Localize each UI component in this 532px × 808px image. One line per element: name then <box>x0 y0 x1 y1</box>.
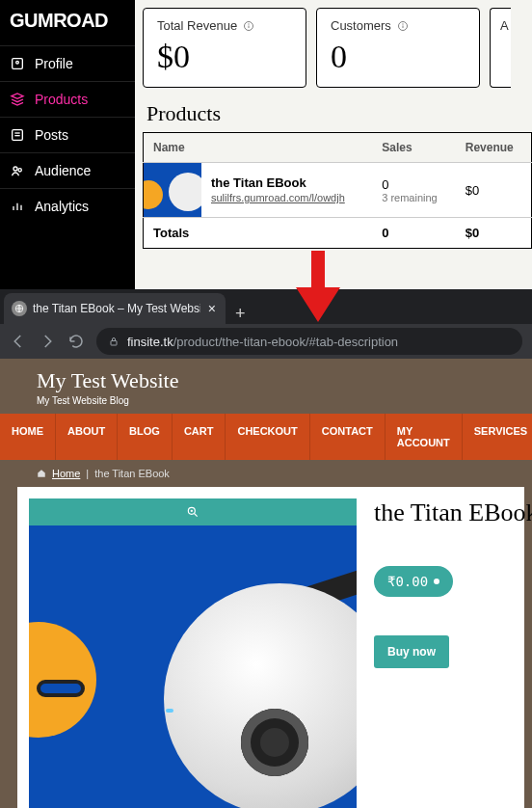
nav-link-checkout[interactable]: CHECKOUT <box>226 414 309 460</box>
site-header: My Test Website My Test Website Blog <box>0 359 532 414</box>
svg-point-5 <box>13 167 17 171</box>
browser-tabs: the Titan EBook – My Test Websit × + <box>0 289 532 324</box>
analytics-icon <box>10 199 25 214</box>
browser-tab[interactable]: the Titan EBook – My Test Websit × <box>4 293 226 324</box>
stat-card-revenue: Total Revenue $0 <box>143 8 306 88</box>
totals-revenue: $0 <box>456 218 532 249</box>
sidebar-item-posts[interactable]: Posts <box>0 117 135 152</box>
svg-rect-17 <box>111 341 117 346</box>
products-table: Name Sales Revenue the Titan EBook sulil… <box>143 132 532 249</box>
sidebar-item-analytics[interactable]: Analytics <box>0 188 135 224</box>
gumroad-sidebar: GUMROAD Profile Products Posts Audience … <box>0 0 135 289</box>
sidebar-item-label: Analytics <box>35 199 89 214</box>
breadcrumb-current: the Titan EBook <box>94 468 170 479</box>
site-navbar: HOME ABOUT BLOG CART CHECKOUT CONTACT MY… <box>0 414 532 460</box>
buy-now-button[interactable]: Buy now <box>374 635 449 668</box>
url-path: /product/the-titan-ebook/#tab-descriptio… <box>173 335 398 349</box>
stat-card-partial: A <box>490 8 511 88</box>
stat-card-customers: Customers 0 <box>316 8 480 88</box>
url-host: finsite.tk <box>127 335 173 349</box>
product-meta: the Titan EBook ₹0.00 Buy now <box>374 498 532 808</box>
sales-remaining: 3 remaining <box>382 192 446 203</box>
sidebar-item-label: Posts <box>35 127 68 143</box>
info-icon[interactable] <box>397 20 409 32</box>
svg-point-1 <box>16 61 19 64</box>
gumroad-logo: GUMROAD <box>0 0 135 45</box>
sidebar-item-audience[interactable]: Audience <box>0 152 135 188</box>
nav-link-myaccount[interactable]: MY ACCOUNT <box>386 414 463 460</box>
sidebar-item-products[interactable]: Products <box>0 81 135 117</box>
profile-icon <box>10 56 25 71</box>
stat-label: Customers <box>331 18 391 33</box>
totals-label: Totals <box>144 218 373 249</box>
products-heading: Products <box>146 101 532 126</box>
audience-icon <box>10 163 25 178</box>
product-thumbnail <box>144 163 201 217</box>
new-tab-button[interactable]: + <box>226 304 255 324</box>
browser-chrome: the Titan EBook – My Test Websit × + fin… <box>0 289 532 359</box>
gumroad-main: Total Revenue $0 Customers 0 A Products … <box>135 0 532 289</box>
info-icon[interactable] <box>243 20 254 32</box>
nav-link-cart[interactable]: CART <box>173 414 226 460</box>
totals-row: Totals 0 $0 <box>144 218 532 249</box>
products-icon <box>10 92 25 107</box>
posts-icon <box>10 127 25 143</box>
gumroad-dashboard: GUMROAD Profile Products Posts Audience … <box>0 0 532 289</box>
close-icon[interactable]: × <box>206 301 218 316</box>
tab-title: the Titan EBook – My Test Websit <box>33 302 200 315</box>
product-title: the Titan EBook <box>211 175 362 190</box>
table-header-row: Name Sales Revenue <box>144 133 532 163</box>
revenue-value: $0 <box>456 163 532 218</box>
price-value: ₹0.00 <box>387 574 428 589</box>
price-badge: ₹0.00 <box>374 566 453 597</box>
col-name: Name <box>144 133 373 163</box>
svg-line-19 <box>195 514 198 517</box>
table-row[interactable]: the Titan EBook sulilfrs.gumroad.com/l/o… <box>144 163 532 218</box>
reload-icon[interactable] <box>67 333 85 350</box>
breadcrumb-sep: | <box>86 468 89 479</box>
site-tagline: My Test Website Blog <box>37 395 517 406</box>
lock-icon <box>108 336 120 347</box>
stat-value: 0 <box>331 39 466 75</box>
address-bar[interactable]: finsite.tk/product/the-titan-ebook/#tab-… <box>96 328 522 355</box>
breadcrumb-home[interactable]: Home <box>52 468 80 479</box>
home-icon <box>37 469 46 478</box>
product-title: the Titan EBook <box>374 498 532 527</box>
totals-sales: 0 <box>372 218 456 249</box>
sidebar-item-label: Audience <box>35 163 91 178</box>
product-image[interactable] <box>29 525 357 808</box>
website-page: My Test Website My Test Website Blog HOM… <box>0 359 532 808</box>
sidebar-item-label: Products <box>35 92 88 107</box>
stat-label: Total Revenue <box>157 18 237 33</box>
red-arrow-annotation <box>294 251 342 323</box>
sidebar-item-label: Profile <box>35 56 73 71</box>
nav-link-home[interactable]: HOME <box>0 414 56 460</box>
stat-label: A <box>500 18 509 33</box>
svg-point-15 <box>403 23 404 24</box>
svg-point-6 <box>18 169 21 172</box>
nav-link-services[interactable]: SERVICES <box>463 414 532 460</box>
zoom-icon <box>186 505 200 519</box>
svg-point-12 <box>249 23 250 24</box>
product-content: the Titan EBook ₹0.00 Buy now <box>17 487 524 808</box>
col-revenue: Revenue <box>456 133 532 163</box>
forward-icon[interactable] <box>39 333 56 350</box>
product-gallery <box>29 498 357 808</box>
sidebar-item-profile[interactable]: Profile <box>0 45 135 81</box>
tab-favicon-icon <box>12 301 27 316</box>
nav-link-blog[interactable]: BLOG <box>118 414 173 460</box>
col-sales: Sales <box>372 133 456 163</box>
nav-link-about[interactable]: ABOUT <box>56 414 118 460</box>
dot-icon <box>434 579 439 584</box>
breadcrumb: Home | the Titan EBook <box>0 460 532 487</box>
sales-value: 0 <box>382 177 446 192</box>
nav-link-contact[interactable]: CONTACT <box>310 414 386 460</box>
stat-value: $0 <box>157 39 292 75</box>
product-url-link[interactable]: sulilfrs.gumroad.com/l/owdjh <box>211 192 345 203</box>
zoom-bar[interactable] <box>29 498 357 525</box>
site-title[interactable]: My Test Website <box>37 368 517 393</box>
stat-cards: Total Revenue $0 Customers 0 A <box>143 8 532 88</box>
browser-toolbar: finsite.tk/product/the-titan-ebook/#tab-… <box>0 324 532 359</box>
back-icon[interactable] <box>10 333 27 350</box>
